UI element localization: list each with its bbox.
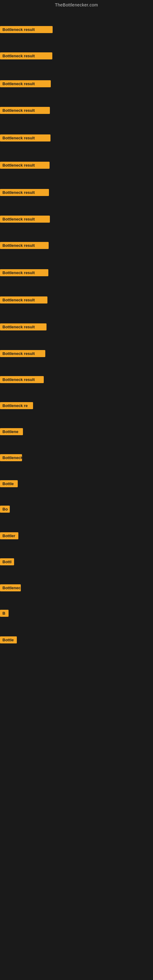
- bottleneck-result-item[interactable]: Bottleneck result: [0, 350, 45, 357]
- bottleneck-result-item[interactable]: Bottler: [0, 532, 18, 539]
- bottleneck-result-item[interactable]: Bottlene: [0, 428, 23, 435]
- bottleneck-result-item[interactable]: Bottleneck: [0, 454, 22, 461]
- bottleneck-result-item[interactable]: Bottleneck result: [0, 376, 44, 383]
- bottleneck-result-item[interactable]: Bottleneck result: [0, 26, 53, 33]
- bottleneck-result-item[interactable]: Bottleneck re: [0, 402, 33, 409]
- bottleneck-result-item[interactable]: Bottle: [0, 636, 17, 643]
- site-title: TheBottlenecker.com: [0, 0, 153, 9]
- bottleneck-result-item[interactable]: Bottleneck result: [0, 107, 50, 114]
- bottleneck-result-item[interactable]: Bottleneck result: [0, 162, 49, 169]
- bottleneck-result-item[interactable]: Bottleneck result: [0, 269, 48, 276]
- bottleneck-result-item[interactable]: Bo: [0, 506, 10, 513]
- bottleneck-result-item[interactable]: Bottleneck result: [0, 296, 48, 304]
- bottleneck-result-item[interactable]: Bottleneck result: [0, 323, 46, 331]
- bottleneck-result-item[interactable]: B: [0, 610, 9, 617]
- bottleneck-result-item[interactable]: Bottleneck result: [0, 134, 51, 142]
- bottleneck-result-item[interactable]: Bottleneck result: [0, 242, 49, 249]
- bottleneck-result-item[interactable]: Bottlenec: [0, 584, 21, 591]
- bottleneck-result-item[interactable]: Bottleneck result: [0, 52, 52, 59]
- bottleneck-result-item[interactable]: Bottleneck result: [0, 216, 50, 223]
- bottleneck-result-item[interactable]: Bottle: [0, 480, 18, 487]
- bottleneck-result-item[interactable]: Bottleneck result: [0, 80, 51, 87]
- bottleneck-result-item[interactable]: Bottl: [0, 558, 14, 565]
- bottleneck-result-item[interactable]: Bottleneck result: [0, 189, 49, 196]
